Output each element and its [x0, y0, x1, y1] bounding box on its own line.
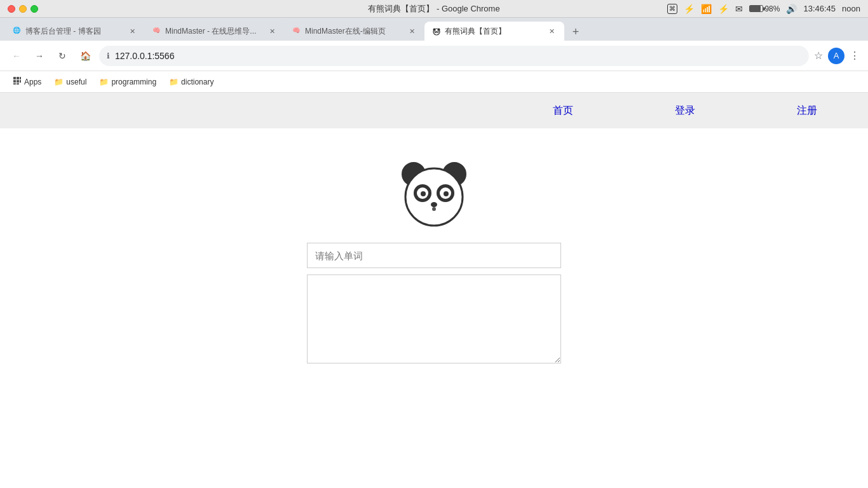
profile-button[interactable]: A	[828, 48, 844, 64]
svg-point-5	[435, 32, 436, 32]
svg-rect-9	[17, 77, 19, 79]
word-search-input[interactable]	[307, 243, 561, 268]
folder-programming-icon: 📁	[99, 78, 109, 86]
svg-point-25	[431, 202, 437, 207]
tab-label-mm2: MindMaster在线-编辑页	[305, 26, 403, 37]
svg-point-7	[437, 33, 437, 34]
svg-rect-14	[13, 83, 16, 85]
svg-point-26	[432, 207, 436, 211]
bookmark-programming-label: programming	[111, 78, 156, 86]
address-right-controls: ☆ A ⋮	[814, 48, 860, 64]
website-content: 首页 登录 注册	[0, 93, 868, 488]
bookmarks-bar: Apps 📁 useful 📁 programming 📁 dictionary	[0, 71, 868, 93]
nav-login-link[interactable]: 登录	[675, 104, 695, 118]
new-tab-button[interactable]: +	[567, 23, 585, 41]
bookmark-star-button[interactable]: ☆	[814, 50, 823, 62]
address-text: 127.0.0.1:5566	[115, 51, 801, 61]
folder-useful-icon: 📁	[54, 78, 64, 86]
volume-icon: 🔊	[786, 4, 797, 14]
site-nav: 首页 登录 注册	[0, 93, 868, 128]
svg-rect-13	[20, 80, 21, 83]
svg-rect-15	[17, 83, 19, 85]
tab-favicon-dict	[432, 27, 441, 36]
tabbar: 🌐 博客后台管理 - 博客园 ✕ 🧠 MindMaster - 在线思维导...…	[0, 18, 868, 41]
user-name: noon	[842, 4, 860, 13]
forward-button[interactable]: →	[31, 47, 48, 65]
bluetooth-icon: ⚡	[684, 4, 695, 14]
chrome-menu-button[interactable]: ⋮	[850, 50, 860, 62]
addressbar: ← → ↻ 🏠 ℹ 127.0.0.1:5566 ☆ A ⋮	[0, 41, 868, 71]
reload-button[interactable]: ↻	[53, 47, 71, 65]
tab-mindmaster1[interactable]: 🧠 MindMaster - 在线思维导... ✕	[145, 22, 285, 41]
apps-grid-icon	[13, 76, 22, 87]
tab-close-mm1[interactable]: ✕	[267, 26, 277, 36]
tab-close-blog[interactable]: ✕	[127, 26, 137, 36]
panda-logo	[396, 154, 472, 230]
tab-favicon-mm2: 🧠	[292, 27, 301, 36]
tab-label-blog: 博客后台管理 - 博客园	[25, 26, 123, 37]
time-display: 13:46:45	[803, 4, 836, 13]
tab-close-mm2[interactable]: ✕	[407, 26, 417, 36]
maximize-button[interactable]	[31, 5, 38, 13]
tab-close-dict[interactable]: ✕	[546, 26, 557, 36]
lock-icon: ℹ	[107, 51, 110, 60]
svg-point-23	[421, 191, 426, 196]
battery-status: 98%	[749, 4, 780, 13]
cmd-icon: ⌘	[667, 4, 677, 14]
address-box[interactable]: ℹ 127.0.0.1:5566	[99, 46, 809, 66]
svg-rect-12	[17, 80, 19, 83]
svg-point-2	[438, 29, 440, 31]
tab-label-dict: 有熊词典【首页】	[445, 26, 543, 37]
tab-mindmaster2[interactable]: 🧠 MindMaster在线-编辑页 ✕	[285, 22, 424, 41]
tab-dict[interactable]: 有熊词典【首页】 ✕	[424, 22, 564, 41]
titlebar-right: ⌘ ⚡ 📶 ⚡ ✉ 98% 🔊 13:46:45 noon	[667, 4, 860, 14]
svg-point-6	[438, 32, 438, 32]
svg-rect-10	[20, 77, 21, 79]
svg-point-18	[405, 168, 463, 226]
bluetooth2-icon: ⚡	[718, 4, 729, 14]
tab-favicon-mm1: 🧠	[153, 27, 161, 36]
tab-favicon-blog: 🌐	[13, 27, 22, 36]
nav-register-link[interactable]: 注册	[797, 104, 817, 118]
back-button[interactable]: ←	[8, 47, 25, 65]
tab-label-mm1: MindMaster - 在线思维导...	[165, 26, 263, 37]
folder-dictionary-icon: 📁	[169, 78, 179, 86]
mail-icon: ✉	[735, 4, 743, 14]
site-main	[0, 128, 868, 363]
minimize-button[interactable]	[19, 5, 27, 13]
nav-home-link[interactable]: 首页	[553, 104, 573, 118]
word-result-textarea[interactable]	[307, 274, 561, 363]
bookmark-useful[interactable]: 📁 useful	[49, 75, 92, 89]
svg-point-24	[444, 191, 449, 196]
titlebar: 有熊词典【首页】 - Google Chrome ⌘ ⚡ 📶 ⚡ ✉ 98% 🔊…	[0, 0, 868, 18]
home-button[interactable]: 🏠	[76, 47, 94, 65]
bookmark-dictionary[interactable]: 📁 dictionary	[164, 75, 219, 89]
svg-rect-11	[13, 80, 16, 83]
window-title: 有熊词典【首页】 - Google Chrome	[368, 3, 499, 15]
bookmark-programming[interactable]: 📁 programming	[94, 75, 161, 89]
bookmark-apps[interactable]: Apps	[8, 74, 46, 90]
svg-rect-8	[13, 77, 16, 79]
traffic-lights	[8, 5, 38, 13]
bookmark-dictionary-label: dictionary	[181, 78, 214, 86]
close-button[interactable]	[8, 5, 15, 13]
tab-blog[interactable]: 🌐 博客后台管理 - 博客园 ✕	[5, 22, 145, 41]
wifi-icon: 📶	[701, 4, 712, 14]
svg-point-1	[433, 29, 436, 31]
bookmark-apps-label: Apps	[24, 78, 41, 86]
bookmark-useful-label: useful	[66, 78, 86, 86]
